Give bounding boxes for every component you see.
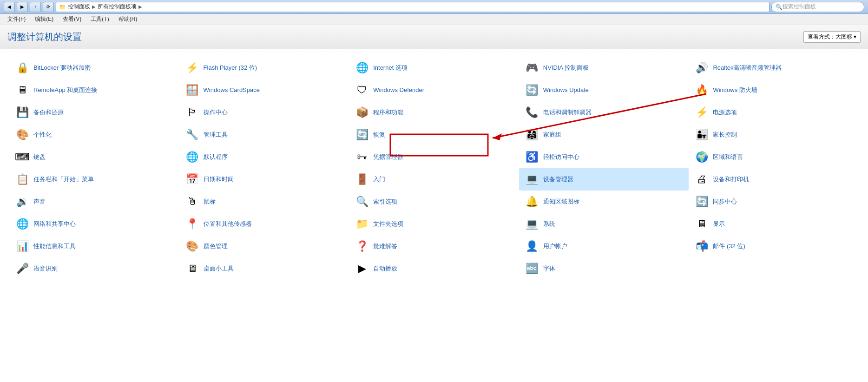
item-icon: 📬 (694, 239, 709, 254)
control-item[interactable]: 🌍区域和语言 (689, 146, 859, 168)
item-label: 备份和还原 (33, 109, 64, 117)
control-item[interactable]: 🌐网络和共享中心 (9, 213, 179, 235)
address-bar[interactable]: 📁 控制面板 ▶ 所有控制面板项 ▶ (56, 2, 769, 12)
control-item[interactable]: 🎨颜色管理 (179, 235, 349, 257)
view-selector[interactable]: 查看方式：大图标 ▾ (803, 31, 861, 43)
control-item[interactable]: 🎤语音识别 (9, 257, 179, 280)
item-label: Windows Defender (373, 86, 424, 94)
item-label: 电话和调制解调器 (543, 109, 592, 117)
item-label: Windows 防火墙 (713, 86, 757, 94)
item-label: 家庭组 (543, 131, 561, 139)
item-label: 鼠标 (204, 198, 216, 206)
item-icon: 🖨 (694, 172, 709, 187)
control-item[interactable]: ⚡Flash Player (32 位) (179, 57, 349, 79)
control-item[interactable]: 🚪入门 (349, 168, 519, 191)
control-item[interactable]: 🔄Windows Update (519, 79, 689, 101)
control-item[interactable]: 🔄同步中心 (689, 191, 859, 213)
item-label: 默认程序 (204, 153, 228, 161)
item-label: 用户帐户 (543, 243, 567, 250)
item-icon: 🔊 (694, 60, 709, 75)
item-label: 显示 (713, 220, 725, 228)
control-item[interactable]: 🖥桌面小工具 (179, 257, 349, 280)
control-item[interactable]: 🔥Windows 防火墙 (689, 79, 859, 101)
control-item[interactable]: 📦程序和功能 (349, 101, 519, 124)
control-item[interactable]: 🔊Realtek高清晰音频管理器 (689, 57, 859, 79)
control-item[interactable]: ⌨键盘 (9, 146, 179, 168)
control-item[interactable]: 🏳操作中心 (179, 101, 349, 124)
toolbar: 调整计算机的设置 查看方式：大图标 ▾ (0, 25, 868, 49)
control-item[interactable]: 🛡Windows Defender (349, 79, 519, 101)
item-label: 系统 (543, 220, 555, 228)
control-item[interactable]: 🗝凭据管理器 (349, 146, 519, 168)
item-icon: 📞 (525, 105, 539, 120)
item-label: 文件夹选项 (373, 220, 403, 228)
item-icon: ⌨ (15, 150, 30, 165)
control-item[interactable]: ❓疑难解答 (349, 235, 519, 257)
control-item[interactable]: 🔤字体 (519, 257, 689, 280)
menu-help[interactable]: 帮助(H) (115, 14, 141, 24)
control-item[interactable]: 🎮NVIDIA 控制面板 (519, 57, 689, 79)
item-icon: 🖥 (694, 217, 709, 231)
item-label: 声音 (33, 198, 46, 206)
address-part-1: 控制面板 (68, 3, 90, 11)
forward-button[interactable]: ▶ (17, 2, 28, 12)
control-panel-grid: 🔒BitLocker 驱动器加密⚡Flash Player (32 位)🌐Int… (9, 57, 859, 280)
item-icon: 👨‍👩‍👧 (525, 127, 539, 142)
control-item[interactable]: 🌐Internet 选项 (349, 57, 519, 79)
search-box[interactable]: 🔍 搜索控制面板 (771, 2, 864, 12)
address-separator-2: ▶ (138, 4, 142, 9)
control-item[interactable]: 🔍索引选项 (349, 191, 519, 213)
item-icon: 🌍 (694, 150, 709, 165)
control-item[interactable]: 📬邮件 (32 位) (689, 235, 859, 257)
control-item[interactable]: ♿轻松访问中心 (519, 146, 689, 168)
control-item[interactable]: 💻设备管理器 (519, 168, 689, 191)
item-label: 程序和功能 (373, 109, 403, 117)
back-button[interactable]: ◀ (4, 2, 15, 12)
control-item[interactable]: ▶自动播放 (349, 257, 519, 280)
control-item[interactable]: 🖨设备和打印机 (689, 168, 859, 191)
menu-view[interactable]: 查看(V) (59, 14, 85, 24)
title-bar: ◀ ▶ ↑ ⟳ 📁 控制面板 ▶ 所有控制面板项 ▶ 🔍 搜索控制面板 (0, 0, 868, 14)
item-icon: 🔔 (525, 194, 539, 209)
item-icon: 🖥 (185, 261, 200, 276)
control-item[interactable]: 🪟Windows CardSpace (179, 79, 349, 101)
control-item[interactable]: 🔒BitLocker 驱动器加密 (9, 57, 179, 79)
item-icon: 💻 (525, 172, 539, 187)
control-item[interactable]: ⚡电源选项 (689, 101, 859, 124)
control-item[interactable]: 💻系统 (519, 213, 689, 235)
control-item[interactable]: 💾备份和还原 (9, 101, 179, 124)
item-icon: ⚡ (694, 105, 709, 120)
menu-edit[interactable]: 编辑(E) (31, 14, 57, 24)
control-item[interactable]: 🖥RemoteApp 和桌面连接 (9, 79, 179, 101)
item-icon: 👤 (525, 239, 539, 254)
control-item[interactable]: 👤用户帐户 (519, 235, 689, 257)
control-item[interactable]: 🎨个性化 (9, 124, 179, 146)
control-item[interactable]: 📁文件夹选项 (349, 213, 519, 235)
item-icon: 🗝 (355, 150, 369, 165)
control-item[interactable]: 👨‍👧家长控制 (689, 124, 859, 146)
control-item[interactable]: 👨‍👩‍👧家庭组 (519, 124, 689, 146)
refresh-button[interactable]: ⟳ (43, 2, 54, 12)
item-label: 任务栏和「开始」菜单 (33, 176, 94, 184)
control-item[interactable]: 🔄恢复 (349, 124, 519, 146)
menu-tools[interactable]: 工具(T) (87, 14, 112, 24)
control-item[interactable]: 📋任务栏和「开始」菜单 (9, 168, 179, 191)
content-area: 🔒BitLocker 驱动器加密⚡Flash Player (32 位)🌐Int… (0, 49, 868, 375)
control-item[interactable]: 📅日期和时间 (179, 168, 349, 191)
control-item[interactable]: 🌐默认程序 (179, 146, 349, 168)
item-label: 日期和时间 (204, 176, 234, 184)
item-icon: 🔤 (525, 261, 539, 276)
control-item[interactable]: 🖥显示 (689, 213, 859, 235)
item-label: RemoteApp 和桌面连接 (33, 86, 97, 94)
item-label: Internet 选项 (373, 64, 408, 72)
control-item[interactable]: 🖱鼠标 (179, 191, 349, 213)
control-item[interactable]: 📊性能信息和工具 (9, 235, 179, 257)
control-item[interactable]: 📞电话和调制解调器 (519, 101, 689, 124)
control-item[interactable]: 🔧管理工具 (179, 124, 349, 146)
control-item[interactable]: 📍位置和其他传感器 (179, 213, 349, 235)
control-item[interactable]: 🔔通知区域图标 (519, 191, 689, 213)
menu-file[interactable]: 文件(F) (4, 14, 29, 24)
annotation-container: 🔒BitLocker 驱动器加密⚡Flash Player (32 位)🌐Int… (9, 57, 859, 280)
control-item[interactable]: 🔉声音 (9, 191, 179, 213)
up-button[interactable]: ↑ (30, 2, 41, 12)
